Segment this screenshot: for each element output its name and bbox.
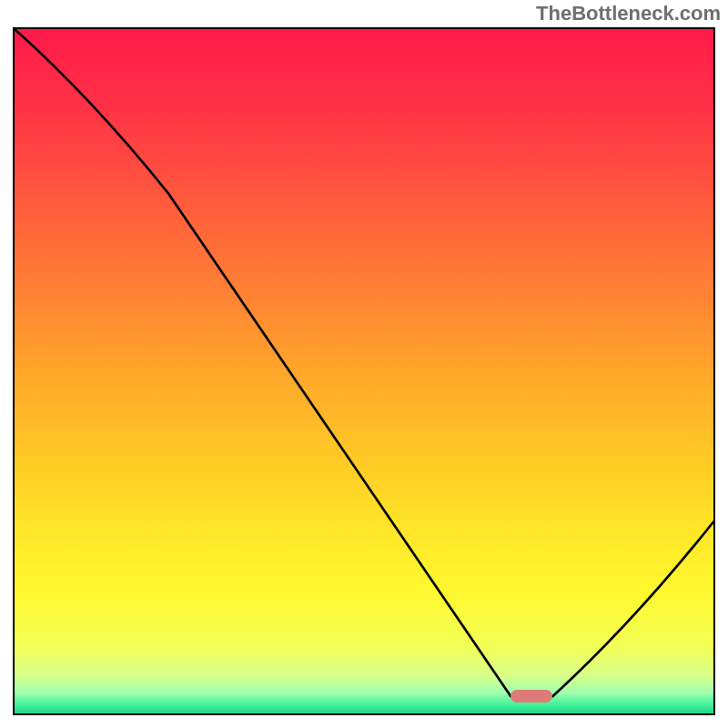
chart-frame xyxy=(13,27,715,715)
watermark-text: TheBottleneck.com xyxy=(536,2,721,25)
optimal-range-marker xyxy=(511,690,552,703)
page-root: TheBottleneck.com xyxy=(0,0,728,728)
gradient-background xyxy=(15,29,713,713)
svg-rect-0 xyxy=(15,29,713,713)
